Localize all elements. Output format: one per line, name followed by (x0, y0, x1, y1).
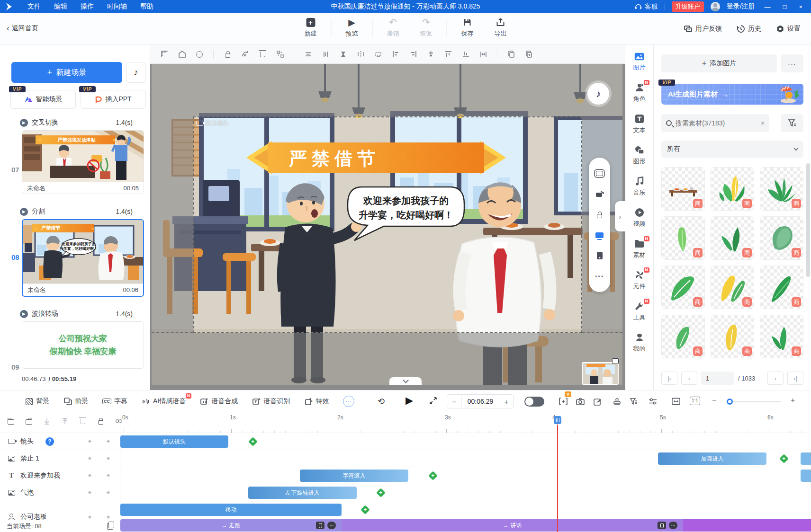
track-body-text[interactable]: 字符滚入 + (120, 467, 811, 484)
add-track-icon[interactable] (25, 417, 33, 425)
more-options-icon[interactable]: ··· (196, 51, 203, 58)
insert-frame-icon[interactable] (559, 397, 568, 406)
smart-scene-button[interactable]: VIP 智能场景 (10, 90, 76, 109)
more-tools-icon[interactable]: ··· (595, 272, 604, 281)
add-keyframe-button[interactable]: + (248, 437, 258, 446)
track-body-bubble[interactable]: 左下旋转进入 + (120, 484, 811, 501)
add-image-button[interactable]: + 添加图片 (661, 54, 777, 72)
time-ruler[interactable]: 0s 1s 2s 3s 4s 5s 6s (120, 412, 811, 433)
maximize-button[interactable]: □ (780, 3, 790, 10)
align-top-icon[interactable] (444, 51, 452, 58)
ai-voice-button[interactable]: AI情感语音 N (142, 397, 186, 406)
replay-button[interactable]: ⟲ (378, 396, 385, 407)
rail-item-video[interactable]: 视频 (625, 203, 653, 232)
phone-icon[interactable] (658, 522, 666, 529)
more-icon[interactable]: ··· (669, 522, 677, 529)
add-keyframe-button[interactable]: + (428, 471, 438, 480)
track-label-banner[interactable]: 禁止 1 (0, 450, 120, 467)
last-page-button[interactable]: ›| (787, 372, 803, 385)
new-scene-button[interactable]: + 新建场景 (11, 62, 122, 83)
delete-icon[interactable] (259, 51, 266, 58)
category-dropdown[interactable]: 所有 (661, 141, 803, 158)
time-minus-button[interactable]: − (447, 398, 461, 406)
loop-toggle[interactable] (524, 397, 544, 407)
menu-file[interactable]: 文件 (21, 2, 47, 11)
center-horizontal-icon[interactable] (427, 51, 434, 58)
keyframe-dot[interactable] (107, 515, 110, 518)
next-page-button[interactable]: › (767, 372, 784, 385)
asset-curved-blades[interactable]: 商 (711, 216, 754, 260)
stamp-icon[interactable] (613, 397, 621, 406)
flip-rotate-icon[interactable] (241, 51, 249, 58)
filter-list-icon[interactable] (629, 397, 638, 406)
clipped-clip[interactable] (801, 452, 811, 465)
track-label-camera[interactable]: 镜头 ? (0, 433, 120, 450)
rail-item-image[interactable]: 图片 (625, 47, 653, 76)
align-center-vertical-icon[interactable] (304, 51, 312, 58)
preview-button[interactable]: ▶ 预览 (335, 17, 369, 38)
effects-button[interactable]: 特效 (304, 397, 329, 406)
keyframe-dot[interactable] (107, 440, 110, 443)
rail-item-material[interactable]: 素材N (625, 234, 653, 264)
camera-preview-thumbnail[interactable] (582, 362, 619, 385)
rotate-screen-icon[interactable] (595, 189, 604, 199)
asset-leaf-cluster[interactable]: 商 (711, 167, 754, 211)
zoom-slider-track[interactable] (730, 401, 781, 402)
asset-banquet-strip[interactable]: 商 (661, 167, 705, 211)
filter-button[interactable] (781, 114, 803, 132)
boundary-icon[interactable] (357, 51, 364, 58)
asset-yellow-leaf[interactable]: 商 (711, 315, 754, 358)
transition-item[interactable]: ▶ 波浪转场 1.4(s) (20, 309, 133, 319)
close-button[interactable]: × (796, 3, 805, 10)
first-page-button[interactable]: |‹ (661, 372, 677, 385)
tts-button[interactable]: 语音合成 (200, 397, 238, 406)
camera-frame[interactable] (193, 116, 582, 333)
camera-clip[interactable]: 默认镜头 (120, 435, 228, 448)
support-button[interactable]: 客服 (635, 2, 658, 11)
keyframe-dot[interactable] (88, 440, 91, 443)
animation-clip[interactable]: 左下旋转进入 (248, 487, 357, 499)
track-body-character[interactable]: 移动 + → 走路 ··· → 讲话 ··· (120, 501, 811, 532)
edit-note-icon[interactable] (593, 397, 602, 406)
redo-button[interactable]: ↷ 恢复 (410, 17, 443, 38)
animation-clip[interactable]: 字符滚入 (300, 470, 408, 482)
keyframe-dot[interactable] (107, 457, 110, 460)
save-button[interactable]: 保存 (451, 17, 484, 38)
export-button[interactable]: 导出 (484, 17, 517, 38)
subtitle-button[interactable]: CC 字幕 (102, 397, 127, 406)
fullscreen-preview-button[interactable] (429, 397, 437, 407)
scene-audio-button[interactable]: ♪ (587, 83, 609, 105)
track-label-bubble[interactable]: 气泡 (0, 484, 120, 501)
scene-music-button[interactable]: ♪ (126, 62, 146, 83)
zoom-ratio-button[interactable]: 1:1 (690, 397, 700, 405)
preview-popout-icon[interactable] (612, 358, 619, 364)
background-button[interactable]: 背景 (25, 397, 49, 406)
unlock-icon[interactable] (595, 210, 604, 219)
add-keyframe-button[interactable]: + (360, 505, 370, 514)
rail-item-mine[interactable]: 我的 (625, 328, 653, 357)
asset-single-leaf[interactable]: 商 (661, 216, 705, 260)
asset-diagonal-leaf[interactable]: 商 (661, 266, 705, 309)
transition-item[interactable]: ▶ 分割 1.4(s) (20, 207, 133, 216)
phone-icon[interactable] (316, 522, 324, 529)
play-button[interactable]: ▶ (406, 395, 413, 406)
fit-screen-icon[interactable] (595, 168, 604, 178)
rail-item-text[interactable]: 文本 (625, 109, 653, 139)
copy-icon[interactable] (507, 51, 515, 58)
new-project-button[interactable]: + 新建 (294, 17, 327, 38)
lock-icon[interactable] (224, 51, 231, 58)
animation-clip[interactable]: 加强进入 (658, 452, 766, 465)
ruler-icon[interactable] (161, 51, 168, 58)
stage-artwork[interactable]: 严禁借节 欢迎来参加我孩子的 升学宴，吃好喝好啊！ (152, 64, 622, 385)
playhead-grip[interactable] (554, 416, 561, 424)
asset-grass-clump[interactable]: 商 (760, 167, 803, 211)
rail-item-music[interactable]: 音乐 (625, 172, 653, 201)
panel-expand-tab[interactable]: › (615, 201, 625, 231)
undo-button[interactable]: ↶ 撤销 (377, 17, 410, 38)
scene-card-07[interactable]: « 严禁违规发放津贴 » 未命名 00:05 (22, 130, 144, 194)
move-up-icon[interactable] (61, 417, 69, 425)
motion-clip[interactable] (683, 519, 811, 532)
keyframe-dot[interactable] (88, 474, 91, 477)
group-lock-icon[interactable] (276, 51, 284, 58)
search-input[interactable] (676, 119, 747, 127)
